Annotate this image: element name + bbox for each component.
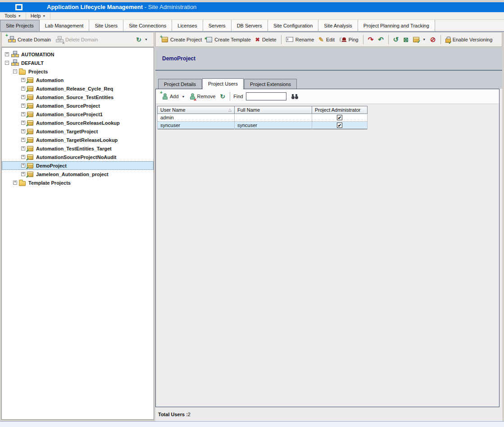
- tree-item-projects-folder[interactable]: - Projects: [2, 67, 154, 76]
- maintain-project-button[interactable]: ✓ ▼: [411, 36, 428, 44]
- project-icon: ✓: [27, 163, 33, 168]
- project-icon: ✓: [27, 112, 33, 117]
- tab-site-connections[interactable]: Site Connections: [123, 20, 172, 31]
- collapse-toggle[interactable]: -: [5, 61, 9, 65]
- expand-toggle[interactable]: +: [21, 78, 25, 82]
- tab-site-analysis[interactable]: Site Analysis: [318, 20, 358, 31]
- remove-user-button[interactable]: × Remove: [187, 92, 218, 101]
- tree-item-project[interactable]: + ✓ Automation_SourceProject: [2, 101, 154, 110]
- expand-toggle[interactable]: +: [21, 138, 25, 142]
- tree-item-project[interactable]: + ✓ Automation_SourceReleaseLookup: [2, 118, 154, 127]
- user-row-syncuser-selected[interactable]: syncuser syncuser ✔: [158, 122, 368, 129]
- project-admin-checkbox[interactable]: ✔: [337, 115, 342, 120]
- collapse-toggle[interactable]: -: [13, 69, 17, 73]
- expand-toggle[interactable]: +: [21, 95, 25, 99]
- create-project-label: Create Project: [170, 37, 202, 42]
- tab-site-configuration[interactable]: Site Configuration: [268, 20, 318, 31]
- cell-full-name: [235, 114, 312, 122]
- subtab-project-details[interactable]: Project Details: [158, 79, 202, 89]
- expand-toggle[interactable]: +: [21, 146, 25, 150]
- subtab-project-users[interactable]: Project Users: [202, 78, 244, 89]
- find-input[interactable]: [246, 92, 286, 100]
- cell-full-name: syncuser: [235, 122, 312, 129]
- tree-item-label: AUTOMATION: [20, 52, 55, 57]
- project-users-content: + Add ▼ × Remove ↻ Find: [155, 89, 499, 407]
- disable-project-button[interactable]: ⊘: [428, 34, 438, 45]
- remove-project-button[interactable]: ⊠: [401, 35, 411, 45]
- cell-project-admin: ✔: [312, 114, 368, 122]
- toolbar-separator: [440, 35, 441, 44]
- delete-icon: ✖: [255, 36, 260, 43]
- rename-project-button[interactable]: Rename: [284, 36, 317, 44]
- tab-servers[interactable]: Servers: [203, 20, 232, 31]
- create-domain-button[interactable]: + Create Domain: [5, 35, 53, 44]
- expand-toggle[interactable]: +: [5, 52, 9, 56]
- plus-badge-icon: +: [160, 91, 163, 95]
- tab-lab-management[interactable]: Lab Management: [40, 20, 90, 31]
- delete-project-button[interactable]: ✖ Delete: [253, 35, 279, 44]
- restore-project-button[interactable]: ↺: [391, 34, 401, 45]
- tab-db-servers[interactable]: DB Servers: [232, 20, 268, 31]
- refresh-users-button[interactable]: ↻: [218, 91, 227, 101]
- deactivate-arrow-button[interactable]: ↶: [376, 34, 386, 45]
- toolbar-separator: [281, 35, 282, 44]
- menu-tools[interactable]: Tools ▼: [0, 12, 26, 19]
- tree-item-automation-domain[interactable]: + AUTOMATION: [2, 50, 154, 59]
- check-badge-icon: ✓: [26, 175, 29, 178]
- tree-item-project[interactable]: + ✓ Automation_TestEntities_Target: [2, 144, 154, 153]
- ping-project-button[interactable]: (( Ping: [337, 36, 361, 44]
- find-button[interactable]: [289, 93, 300, 100]
- delete-domain-icon: ×: [55, 36, 63, 43]
- subtab-project-extensions[interactable]: Project Extensions: [244, 79, 297, 89]
- enable-versioning-button[interactable]: ✓ Enable Versioning: [443, 35, 495, 44]
- activate-project-button[interactable]: ↷: [366, 34, 376, 45]
- tab-site-projects[interactable]: Site Projects: [0, 20, 40, 31]
- expand-toggle[interactable]: +: [21, 172, 25, 176]
- expand-toggle[interactable]: +: [21, 121, 25, 125]
- tab-licenses[interactable]: Licenses: [172, 20, 203, 31]
- column-header-user-name[interactable]: User Name△: [158, 106, 235, 114]
- column-header-project-administrator[interactable]: Project Administrator: [312, 106, 368, 114]
- expand-toggle[interactable]: +: [21, 104, 25, 108]
- tree-item-label: DemoProject: [35, 163, 68, 168]
- tree-item-project[interactable]: + ✓ Automation_TargetReleaseLookup: [2, 136, 154, 144]
- menu-help[interactable]: Help ▼: [26, 12, 51, 19]
- expand-toggle[interactable]: +: [21, 164, 25, 168]
- tree-item-default-domain[interactable]: - DEFAULT: [2, 59, 154, 67]
- expand-toggle[interactable]: +: [21, 155, 25, 159]
- column-header-full-name[interactable]: Full Name: [235, 106, 312, 114]
- tree-item-project[interactable]: + ✓ Automation_Source_TestEntities: [2, 93, 154, 101]
- tree-item-project[interactable]: + ✓ Automation: [2, 76, 154, 84]
- expand-toggle[interactable]: +: [21, 129, 25, 133]
- tab-project-planning-and-tracking[interactable]: Project Planning and Tracking: [358, 20, 435, 31]
- tab-site-users[interactable]: Site Users: [89, 20, 123, 31]
- project-icon: ✓: [27, 129, 33, 134]
- expand-toggle[interactable]: +: [21, 86, 25, 91]
- tree-item-demoproject-selected[interactable]: + ✓ DemoProject: [2, 161, 154, 170]
- edit-project-button[interactable]: ✎ Edit: [316, 35, 337, 45]
- tree-item-project[interactable]: + ✓ AutomationSourceProjectNoAudit: [2, 153, 154, 161]
- rename-icon: [286, 37, 293, 42]
- refresh-domains-button[interactable]: ↻ ▼: [134, 35, 150, 45]
- delete-domain-button[interactable]: × Delete Domain: [53, 35, 100, 44]
- add-user-button[interactable]: + Add ▼: [160, 92, 187, 101]
- users-status-bar: Total Users :2: [155, 407, 502, 421]
- project-admin-checkbox[interactable]: ✔: [337, 123, 342, 128]
- project-icon: ✓: [27, 146, 33, 151]
- expand-toggle[interactable]: +: [13, 181, 17, 185]
- grid-remove-icon: ⊠: [403, 36, 409, 43]
- create-template-button[interactable]: Create Template: [204, 36, 253, 44]
- check-badge-icon: ✓: [26, 98, 29, 101]
- project-icon: ✓: [27, 77, 33, 83]
- tree-item-project[interactable]: + ✓ Automation_SourceProject1: [2, 110, 154, 118]
- tree-item-project[interactable]: + ✓ Automation_Release_Cycle_Req: [2, 84, 154, 93]
- expand-toggle[interactable]: +: [21, 112, 25, 116]
- user-row-admin[interactable]: admin ✔: [158, 114, 368, 122]
- tree-item-project[interactable]: + ✓ Jameleon_Automation_project: [2, 170, 154, 178]
- create-project-button[interactable]: + Create Project: [159, 36, 204, 44]
- tree-item-project[interactable]: + ✓ Automation_TargetProject: [2, 127, 154, 136]
- tree-item-label: Automation_Release_Cycle_Req: [35, 86, 114, 91]
- create-domain-label: Create Domain: [18, 37, 51, 42]
- domain-icon: [11, 59, 18, 66]
- tree-item-template-projects-folder[interactable]: + Template Projects: [2, 178, 154, 187]
